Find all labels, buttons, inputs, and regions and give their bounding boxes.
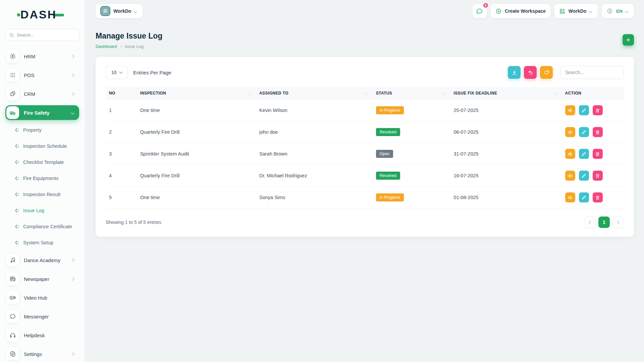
pagination-prev-button[interactable] xyxy=(584,217,596,228)
edit-button[interactable] xyxy=(579,192,589,202)
table-row: 2 Quarterly Fire Drill john doe Resolved… xyxy=(106,121,624,143)
sidebar-subitem-inspection-schedule[interactable]: Inspection Schedule xyxy=(5,140,79,152)
column-header-issue-fix-deadline[interactable]: ISSUE FIX DEADLINE ↑↓ xyxy=(450,87,561,100)
workdo-menu-button[interactable]: WorkDo xyxy=(554,4,598,18)
pagination-page-1-button[interactable]: 1 xyxy=(598,217,610,228)
view-button[interactable] xyxy=(565,105,575,115)
sort-icon[interactable]: ↑↓ xyxy=(443,92,447,95)
page-title: Manage Issue Log xyxy=(96,32,162,41)
pagination-next-button[interactable] xyxy=(612,217,624,228)
column-header-status[interactable]: STATUS ↑↓ xyxy=(373,87,450,100)
sidebar-item-dance-academy[interactable]: Dance Academy xyxy=(5,253,79,267)
edit-button[interactable] xyxy=(579,171,589,181)
video-hub-icon xyxy=(9,294,16,301)
sidebar-subitem-inspection-result[interactable]: Inspection Result xyxy=(5,188,79,200)
edit-button[interactable] xyxy=(579,105,589,115)
edit-button[interactable] xyxy=(579,127,589,137)
sidebar-item-crm[interactable]: CRM xyxy=(5,86,79,101)
bullet-icon xyxy=(15,240,19,245)
sort-icon[interactable]: ↑↓ xyxy=(365,92,369,95)
view-button[interactable] xyxy=(565,171,575,181)
dash-logo[interactable]: DASH xyxy=(5,7,79,21)
delete-button[interactable] xyxy=(593,171,603,181)
sidebar-item-helpdesk[interactable]: Helpdesk xyxy=(5,328,79,343)
sidebar-item-messenger[interactable]: Messenger xyxy=(5,309,79,324)
pencil-icon xyxy=(581,195,586,200)
cell-inspection: Quarterly Fire Drill xyxy=(137,121,256,143)
refresh-button[interactable] xyxy=(540,66,553,79)
dance-academy-icon xyxy=(9,257,16,263)
delete-button[interactable] xyxy=(593,127,603,137)
chevron-down-icon xyxy=(119,70,123,74)
sidebar-item-settings[interactable]: Settings xyxy=(5,347,79,361)
bullet-icon xyxy=(15,128,19,132)
bullet-icon xyxy=(15,224,19,229)
pencil-icon xyxy=(581,173,586,178)
chevron-down-icon xyxy=(625,9,629,13)
card-footer: Showing 1 to 5 of 5 entries 1 xyxy=(106,217,624,228)
chevron-down-icon xyxy=(589,9,592,13)
breadcrumb-current: Issue Log xyxy=(125,44,144,49)
edit-button[interactable] xyxy=(579,149,589,159)
undo-button[interactable] xyxy=(524,66,537,79)
status-badge: In Progress xyxy=(376,193,404,201)
sidebar-subitem-checklist-template[interactable]: Checklist Template xyxy=(5,156,79,168)
view-button[interactable] xyxy=(565,127,575,137)
table-search-input[interactable] xyxy=(560,66,624,79)
cell-assigned-to: Sonya Sims xyxy=(256,187,373,208)
sidebar-item-video-hub[interactable]: Video Hub xyxy=(5,290,79,305)
hrm-icon xyxy=(9,53,16,60)
pencil-icon xyxy=(581,108,586,113)
sidebar-item-hrm[interactable]: HRM xyxy=(5,49,79,64)
entries-per-page-select[interactable]: 10 xyxy=(106,66,128,79)
sidebar-item-fire-safety[interactable]: Fire Safety xyxy=(5,105,79,120)
bullet-icon xyxy=(15,160,19,165)
topbar: WorkDo 0 Create Workspace WorkDo xyxy=(96,4,634,18)
delete-button[interactable] xyxy=(593,149,603,159)
eye-icon xyxy=(568,195,573,200)
sort-icon[interactable]: ↑↓ xyxy=(554,92,558,95)
table-body: 1 One time Kevin Wilson In Progress 25-0… xyxy=(106,100,624,208)
view-button[interactable] xyxy=(565,149,575,159)
sidebar-subitem-compliance-certificate[interactable]: Compliance Certificate xyxy=(5,221,79,233)
create-workspace-button[interactable]: Create Workspace xyxy=(491,4,550,18)
table-row: 4 Quarterly Fire Drill Dr. Michael Rodri… xyxy=(106,165,624,187)
sidebar-subitem-issue-log[interactable]: Issue Log xyxy=(5,204,79,217)
sidebar-subitem-system-setup[interactable]: System Setup xyxy=(5,237,79,249)
bullet-icon xyxy=(15,144,19,148)
cell-no: 3 xyxy=(106,143,137,165)
sidebar-search-input[interactable] xyxy=(17,33,75,38)
messages-button[interactable]: 0 xyxy=(473,4,487,18)
sidebar-item-pos[interactable]: POS xyxy=(5,68,79,82)
breadcrumb-dashboard-link[interactable]: Dashboard xyxy=(96,44,117,49)
export-button[interactable] xyxy=(508,66,521,79)
bullet-icon xyxy=(15,208,19,213)
view-button[interactable] xyxy=(565,192,575,202)
bullet-icon xyxy=(15,192,19,197)
column-header-inspection[interactable]: INSPECTION ↑↓ xyxy=(137,87,256,100)
workspace-switcher[interactable]: WorkDo xyxy=(96,4,143,18)
trash-icon xyxy=(595,152,600,157)
column-header-action[interactable]: ACTION xyxy=(562,87,624,100)
messenger-icon xyxy=(9,313,16,320)
trash-icon xyxy=(595,130,600,135)
delete-button[interactable] xyxy=(593,105,603,115)
helpdesk-icon xyxy=(9,332,16,339)
workdo-menu-label: WorkDo xyxy=(569,8,586,14)
sidebar-subitem-fire-equipments[interactable]: Fire Equipments xyxy=(5,172,79,184)
sidebar-subitem-property[interactable]: Property xyxy=(5,124,79,136)
language-selector[interactable]: EN xyxy=(602,4,634,18)
column-header-assigned-to[interactable]: ASSIGNED TO ↑↓ xyxy=(256,87,373,100)
cell-inspection: Quarterly Fire Drill xyxy=(137,165,256,187)
delete-button[interactable] xyxy=(593,192,603,202)
add-issue-button[interactable] xyxy=(623,34,634,46)
pencil-icon xyxy=(581,152,586,157)
table-header-row: NO INSPECTION ↑↓ ASSIGNED TO ↑↓ STATUS ↑… xyxy=(106,87,624,100)
workspace-name: WorkDo xyxy=(113,8,131,14)
sort-icon[interactable]: ↑↓ xyxy=(249,92,253,95)
trash-icon xyxy=(595,173,600,178)
column-header-no[interactable]: NO xyxy=(106,87,137,100)
newspaper-icon xyxy=(9,276,16,282)
sidebar-item-newspaper[interactable]: Newspaper xyxy=(5,272,79,286)
refresh-icon xyxy=(544,70,549,75)
